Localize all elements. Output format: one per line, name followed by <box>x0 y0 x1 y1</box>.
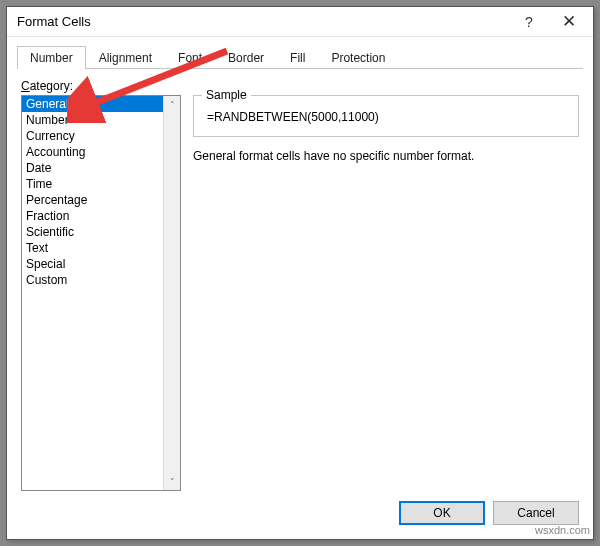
window-title: Format Cells <box>17 14 509 29</box>
category-listbox[interactable]: General Number Currency Accounting Date … <box>21 95 181 491</box>
cancel-button[interactable]: Cancel <box>493 501 579 525</box>
format-description: General format cells have no specific nu… <box>193 149 579 163</box>
scroll-down-icon[interactable]: ˅ <box>164 473 180 490</box>
titlebar: Format Cells ? ✕ <box>7 7 593 37</box>
sample-legend: Sample <box>202 88 251 102</box>
list-item[interactable]: Text <box>22 240 180 256</box>
button-row: OK Cancel <box>7 491 593 539</box>
ok-button[interactable]: OK <box>399 501 485 525</box>
list-item[interactable]: Accounting <box>22 144 180 160</box>
tab-alignment[interactable]: Alignment <box>86 46 165 69</box>
list-item[interactable]: Custom <box>22 272 180 288</box>
list-item[interactable]: Percentage <box>22 192 180 208</box>
tab-fill[interactable]: Fill <box>277 46 318 69</box>
list-item[interactable]: Special <box>22 256 180 272</box>
scroll-up-icon[interactable]: ˄ <box>164 96 180 113</box>
list-item[interactable]: Number <box>22 112 180 128</box>
scrollbar[interactable]: ˄ ˅ <box>163 96 180 490</box>
close-button[interactable]: ✕ <box>549 8 589 36</box>
list-item[interactable]: Date <box>22 160 180 176</box>
list-item[interactable]: General <box>22 96 180 112</box>
list-item[interactable]: Currency <box>22 128 180 144</box>
sample-value: =RANDBETWEEN(5000,11000) <box>202 106 570 128</box>
help-button[interactable]: ? <box>509 8 549 36</box>
sample-fieldset: Sample =RANDBETWEEN(5000,11000) <box>193 95 579 137</box>
tab-protection[interactable]: Protection <box>318 46 398 69</box>
list-item[interactable]: Fraction <box>22 208 180 224</box>
format-cells-dialog: Format Cells ? ✕ Number Alignment Font B… <box>6 6 594 540</box>
category-list-items: General Number Currency Accounting Date … <box>22 96 180 490</box>
content-area: Category: General Number Currency Accoun… <box>7 69 593 491</box>
tab-border[interactable]: Border <box>215 46 277 69</box>
list-item[interactable]: Time <box>22 176 180 192</box>
help-icon: ? <box>525 14 533 30</box>
list-item[interactable]: Scientific <box>22 224 180 240</box>
category-label: Category: <box>21 79 181 93</box>
tab-strip: Number Alignment Font Border Fill Protec… <box>7 37 593 69</box>
category-column: Category: General Number Currency Accoun… <box>21 79 181 491</box>
tab-font[interactable]: Font <box>165 46 215 69</box>
details-column: Sample =RANDBETWEEN(5000,11000) General … <box>193 79 579 491</box>
close-icon: ✕ <box>562 11 576 32</box>
tab-number[interactable]: Number <box>17 46 86 69</box>
